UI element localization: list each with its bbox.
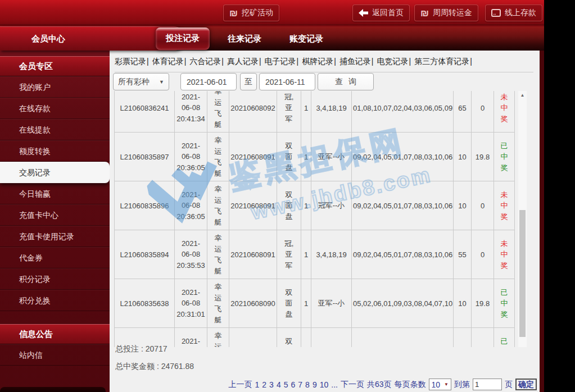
- filter-link[interactable]: 真人记录: [227, 57, 259, 66]
- cell-lottery: 幸运飞艇: [207, 91, 229, 133]
- sidebar-item[interactable]: 充值卡中心: [0, 204, 110, 226]
- total-pages-label: 共63页: [367, 380, 392, 390]
- shekel-icon: ₪: [229, 8, 238, 18]
- sidebar-item[interactable]: 积分记录: [0, 268, 110, 290]
- per-page-select[interactable]: 10 ▼: [429, 379, 452, 390]
- filter-links: 彩票记录|体育记录|六合记录|真人记录|电子记录|棋牌记录|捕鱼记录|电竞记录|…: [115, 57, 533, 72]
- search-button[interactable]: 查询: [318, 73, 374, 90]
- cell-time: 2021- 06-08 20:36:05: [175, 181, 207, 230]
- back-home-button[interactable]: 返回首页: [352, 4, 410, 21]
- sidebar-item[interactable]: 站内信: [0, 344, 110, 366]
- cell-time: 2021- 06-08 20:41:34: [175, 91, 207, 133]
- total-bet-label: 总投注 :: [115, 344, 143, 353]
- cell-order-id[interactable]: L21060835894: [115, 230, 175, 279]
- page-number-link[interactable]: 1: [255, 380, 260, 389]
- page-number-link[interactable]: 5: [284, 380, 288, 389]
- cell-lottery: 幸运飞艇: [207, 181, 229, 230]
- bet-table-body: L21060836241 2021- 06-08 20:41:34 幸运飞艇 2…: [115, 91, 515, 347]
- scrollbar-thumb[interactable]: [519, 210, 526, 337]
- sidebar-section-header[interactable]: 信息公告: [0, 324, 110, 344]
- cell-payout: 19.8: [472, 133, 494, 181]
- sidebar-item[interactable]: 在线提款: [0, 119, 110, 140]
- page-number-link[interactable]: 7: [298, 380, 302, 389]
- cell-order-id[interactable]: L21060835638: [115, 279, 175, 328]
- cell-order-id[interactable]: L21060835897: [115, 133, 175, 181]
- date-to-input[interactable]: 2021-06-11: [259, 73, 315, 90]
- cell-time: 2021- 06-08 20:35:53: [175, 230, 207, 279]
- top-bar: ₪ 挖矿活动 返回首页 ₪ 周周转运金 线上存款: [0, 0, 544, 26]
- tab[interactable]: 账变记录: [279, 28, 333, 50]
- cell-payout: 0: [472, 91, 494, 133]
- filter-link[interactable]: 电子记录: [265, 57, 296, 66]
- next-page-link[interactable]: 下一页: [341, 380, 364, 390]
- cell-multiple: 1: [301, 91, 311, 133]
- sidebar-item[interactable]: 交易记录: [0, 162, 110, 183]
- tab[interactable]: 投注记录: [156, 28, 210, 50]
- cell-order-id[interactable]: L21060835896: [115, 181, 175, 230]
- filter-link[interactable]: 彩票记录: [115, 57, 146, 66]
- online-deposit-button[interactable]: 线上存款: [485, 4, 542, 21]
- summary-totals: 总投注 : 20717 总中奖金额 : 24761.88: [115, 344, 194, 379]
- page-ellipsis: ...: [331, 380, 338, 389]
- table-scrollbar[interactable]: ▲: [518, 91, 527, 347]
- sidebar-item[interactable]: 充值卡使用记录: [0, 226, 110, 247]
- prev-page-link[interactable]: 上一页: [229, 380, 252, 390]
- filter-link[interactable]: 六合记录: [189, 57, 221, 66]
- cell-lottery: 幸运飞艇: [207, 279, 229, 328]
- back-home-label: 返回首页: [372, 8, 404, 18]
- cell-order-id[interactable]: L21060836241: [115, 91, 175, 133]
- filter-separator: |: [297, 57, 299, 66]
- sidebar-item[interactable]: 积分兑换: [0, 290, 110, 311]
- page-number-link[interactable]: 3: [269, 380, 274, 389]
- cell-amount: 10: [454, 133, 472, 181]
- member-center-page: ₪ 挖矿活动 返回首页 ₪ 周周转运金 线上存款 会员中心 投注记录往来记录账变…: [0, 0, 575, 392]
- filter-link[interactable]: 电竞记录: [377, 57, 408, 66]
- date-from-input[interactable]: 2021-06-01: [180, 73, 237, 90]
- cell-lottery: 幸运飞艇: [207, 133, 229, 181]
- cell-multiple: 1: [301, 133, 311, 181]
- lottery-select[interactable]: 所有彩种 ▼: [113, 73, 169, 90]
- filter-link[interactable]: 棋牌记录: [302, 57, 333, 66]
- cell-issue: 20210608091: [229, 230, 277, 279]
- cell-amount: 55: [454, 230, 472, 279]
- online-deposit-label: 线上存款: [505, 8, 536, 18]
- table-row: L21060835897 2021- 06-08 20:36:05 幸运飞艇 2…: [115, 133, 515, 181]
- page-number-link[interactable]: 8: [305, 380, 310, 389]
- cell-play-type: 双面盘: [277, 181, 301, 230]
- page-number-link[interactable]: 2: [262, 380, 266, 389]
- cell-issue: 20210608091: [229, 181, 277, 230]
- filter-separator: |: [147, 57, 149, 66]
- sidebar-item[interactable]: 额度转换: [0, 140, 110, 162]
- sidebar-item[interactable]: 代金券: [0, 247, 110, 268]
- page-number-link[interactable]: 9: [313, 380, 317, 389]
- page-number-link[interactable]: 6: [291, 380, 295, 389]
- goto-page-input[interactable]: [473, 379, 502, 390]
- table-row: L21060835638 2021- 06-08 20:31:01 幸运飞艇 2…: [115, 279, 515, 328]
- pagination-bar: 上一页 12345678910 ... 下一页 共63页 每页条数 10 ▼ 到…: [229, 379, 537, 390]
- filter-separator: |: [334, 57, 336, 66]
- filter-link[interactable]: 体育记录: [152, 57, 184, 66]
- sidebar-item[interactable]: 在线存款: [0, 98, 110, 119]
- weekly-bonus-button[interactable]: ₪ 周周转运金: [414, 4, 478, 21]
- cell-draw-numbers: 01,08,10,07,02,04,03,06,05,09: [352, 91, 454, 133]
- cell-lottery: 幸运飞艇: [207, 230, 229, 279]
- filter-link[interactable]: 捕鱼记录: [339, 57, 371, 66]
- sidebar-section-header[interactable]: 会员专区: [0, 56, 110, 76]
- confirm-button[interactable]: 确定: [515, 379, 537, 390]
- cell-amount: 65: [454, 91, 472, 133]
- page-links: 12345678910: [255, 380, 329, 389]
- scrollbar-up-icon[interactable]: ▲: [518, 91, 527, 99]
- tab[interactable]: 往来记录: [218, 28, 271, 50]
- filter-link[interactable]: 第三方体育记录: [414, 57, 469, 66]
- page-number-link[interactable]: 4: [277, 380, 281, 389]
- filter-separator: |: [259, 57, 261, 66]
- table-row: L21060835896 2021- 06-08 20:36:05 幸运飞艇 2…: [115, 181, 515, 230]
- cell-issue: 20210608090: [229, 279, 277, 328]
- mining-activity-button[interactable]: ₪ 挖矿活动: [223, 4, 279, 21]
- filter-separator: |: [470, 57, 472, 66]
- page-number-link[interactable]: 10: [320, 380, 329, 389]
- sidebar-item[interactable]: 我的账户: [0, 76, 110, 98]
- cell-draw-numbers: 05,02,06,01,09,03,08,04,07,10: [352, 279, 454, 328]
- cell-multiple: 1: [301, 328, 311, 348]
- sidebar-item[interactable]: 今日输赢: [0, 183, 110, 204]
